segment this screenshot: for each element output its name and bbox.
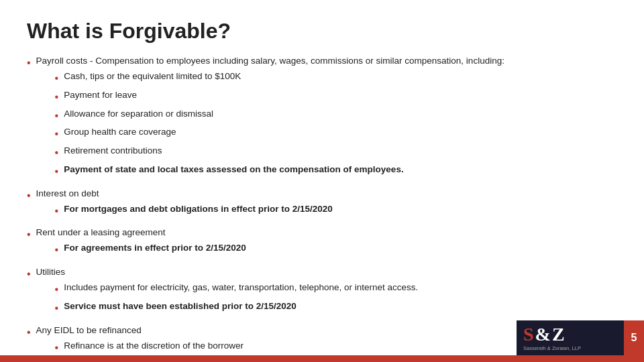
- logo-z: Z: [552, 324, 566, 345]
- bottom-bar: [0, 355, 644, 362]
- list-item: • Rent under a leasing agreement • For a…: [27, 226, 617, 260]
- list-item: • Interest on debt • For mortgages and d…: [27, 187, 617, 221]
- page-number: 5: [631, 332, 637, 344]
- logo-sz: S&Z: [523, 325, 566, 344]
- bullet-icon: •: [55, 203, 59, 220]
- logo-box: S&Z Sasserath & Zoraian, LLP: [517, 320, 624, 355]
- list-item: • Utilities • Includes payment for elect…: [27, 265, 617, 318]
- logo-ampersand: &: [535, 324, 552, 345]
- logo-text-area: S&Z Sasserath & Zoraian, LLP: [523, 325, 581, 351]
- bullet-icon: •: [27, 324, 31, 341]
- list-item: • Service must have been established pri…: [55, 300, 617, 317]
- payroll-text: Payroll costs - Compensation to employee…: [36, 54, 617, 182]
- list-item: • Includes payment for electricity, gas,…: [55, 281, 617, 298]
- bullet-icon: •: [55, 340, 59, 357]
- logo-s: S: [523, 324, 535, 345]
- payroll-subitems: • Cash, tips or the equivalent limited t…: [36, 70, 617, 180]
- utilities-subitems: • Includes payment for electricity, gas,…: [36, 281, 617, 317]
- bullet-icon: •: [55, 89, 59, 106]
- bullet-icon: •: [55, 145, 59, 162]
- bullet-icon: •: [27, 266, 31, 283]
- rent-subitems: • For agreements in effect prior to 2/15…: [36, 241, 617, 259]
- slide-container: What is Forgivable? • Payroll costs - Co…: [0, 0, 644, 362]
- bullet-icon: •: [55, 126, 59, 143]
- bullet-icon: •: [27, 55, 31, 72]
- bullet-icon: •: [27, 227, 31, 243]
- list-item: • Payment for leave: [55, 88, 617, 106]
- slide-title: What is Forgivable?: [27, 19, 617, 44]
- list-item: • Group health care coverage: [55, 125, 617, 143]
- content-area: • Payroll costs - Compensation to employ…: [27, 54, 617, 357]
- bullet-icon: •: [55, 242, 59, 259]
- bullet-icon: •: [55, 300, 59, 317]
- list-item: • Cash, tips or the equivalent limited t…: [55, 70, 617, 87]
- bullet-icon: •: [55, 282, 59, 298]
- bullet-icon: •: [55, 164, 59, 180]
- list-item: • Allowance for separation or dismissal: [55, 107, 617, 125]
- page-number-box: 5: [624, 320, 644, 355]
- bullet-icon: •: [27, 188, 31, 204]
- list-item: • For agreements in effect prior to 2/15…: [55, 241, 617, 259]
- list-item: • Payroll costs - Compensation to employ…: [27, 54, 617, 182]
- logo-firm-name: Sasserath & Zoraian, LLP: [523, 345, 581, 351]
- list-item: • Retirement contributions: [55, 144, 617, 162]
- list-item: • Payment of state and local taxes asses…: [55, 163, 617, 180]
- list-item: • For mortgages and debt obligations in …: [55, 202, 617, 220]
- interest-subitems: • For mortgages and debt obligations in …: [36, 202, 617, 220]
- bullet-icon: •: [55, 108, 59, 125]
- bullet-icon: •: [55, 70, 59, 87]
